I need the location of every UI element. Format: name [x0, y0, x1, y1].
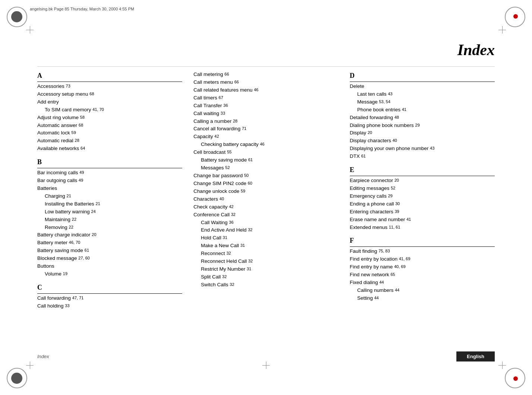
entry-add-entry: Add entry [37, 98, 182, 106]
page-container: angelsing.bk Page 85 Thursday, March 30,… [0, 0, 532, 395]
page-title: Index [457, 41, 495, 59]
entry-low-battery: Low battery warning 24 [37, 208, 182, 216]
entry-cell-broadcast: Cell broadcast 55 [193, 149, 338, 156]
entry-fault-finding: Fault finding 75, 83 [350, 248, 495, 255]
entry-accessories: Accessories 73 [37, 83, 182, 90]
entry-find-by-location: Find entry by location 41, 69 [350, 255, 495, 263]
entry-reconnect-held: Reconnect Held Call 32 [193, 258, 338, 265]
entry-call-meters-menu: Call meters menu 66 [193, 79, 338, 86]
entry-call-forwarding: Call forwarding 47, 71 [37, 294, 182, 302]
section-D-letter: D [350, 71, 495, 82]
entry-calling-numbers: Calling numbers 44 [350, 287, 495, 294]
crosshair-bl [26, 361, 34, 369]
entry-installing-batteries: Installing the Batteries 21 [37, 200, 182, 208]
entry-hold-call: Hold Call 31 [193, 234, 338, 242]
entry-change-sim-pin2: Change SIM PIN2 code 60 [193, 180, 338, 188]
entry-battery-meter: Battery meter 46, 70 [37, 239, 182, 247]
crosshair-tl [26, 26, 34, 34]
crosshair-bc [262, 361, 270, 369]
page-metadata: angelsing.bk Page 85 Thursday, March 30,… [30, 7, 134, 11]
entry-delete: Delete [350, 83, 495, 90]
entry-blocked-message: Blocked message 27, 60 [37, 255, 182, 262]
footer-english-label: English [456, 351, 495, 361]
entry-auto-answer: Automatic answer 68 [37, 122, 182, 130]
entry-ending-phone-call: Ending a phone call 30 [350, 200, 495, 208]
entry-cancel-forwarding: Cancel all forwarding 71 [193, 125, 338, 133]
deco-inner-tl [11, 11, 22, 22]
entry-phone-book-entries: Phone book entries 41 [350, 106, 495, 114]
entry-maintaining: Maintaining 22 [37, 216, 182, 224]
entry-removing: Removing 22 [37, 224, 182, 232]
column-3: D Delete Last ten calls 43 Message 53, 5… [350, 71, 495, 339]
entry-emergency-calls: Emergency calls 29 [350, 192, 495, 200]
entry-make-new-call: Make a New Call 31 [193, 242, 338, 250]
entry-detailed-forwarding: Detailed forwarding 48 [350, 114, 495, 122]
entry-call-metering: Call metering 66 [193, 71, 338, 79]
entry-reconnect: Reconnect 32 [193, 250, 338, 258]
entry-editing-messages: Editing messages 52 [350, 185, 495, 192]
entry-capacity: Capacity 42 [193, 133, 338, 141]
entry-auto-lock: Automatic lock 59 [37, 129, 182, 137]
column-2: Call metering 66 Call meters menu 66 Cal… [193, 71, 338, 339]
section-C-letter: C [37, 283, 182, 294]
entry-charging: Charging 21 [37, 192, 182, 200]
entry-last-ten-calls: Last ten calls 43 [350, 90, 495, 98]
deco-inner-bl [11, 373, 22, 384]
entry-battery-saving-mode: Battery saving mode 61 [193, 156, 338, 164]
entry-adjust-ring: Adjust ring volume 58 [37, 114, 182, 122]
entry-calling-number: Calling a number 28 [193, 118, 338, 125]
entry-switch-calls: Switch Calls 32 [193, 281, 338, 289]
deco-dot-br [513, 376, 518, 381]
entry-bar-outgoing: Bar outgoing calls 49 [37, 177, 182, 185]
entry-dtx: DTX 61 [350, 153, 495, 160]
section-B-letter: B [37, 157, 182, 168]
entry-conference-call: Conference Call 32 [193, 211, 338, 219]
entry-display: Display 20 [350, 129, 495, 137]
entry-auto-redial: Automatic redial 28 [37, 137, 182, 145]
entry-find-by-name: Find entry by name 40, 69 [350, 263, 495, 271]
entry-checking-battery: Checking battery capacity 46 [193, 141, 338, 149]
entry-call-holding: Call holding 33 [37, 302, 182, 310]
entry-battery-saving: Battery saving mode 61 [37, 247, 182, 255]
entry-buttons: Buttons [37, 262, 182, 270]
section-E-letter: E [350, 165, 495, 176]
entry-accessory-setup: Accessory setup menu 68 [37, 90, 182, 98]
entry-delete-message: Message 53, 54 [350, 98, 495, 106]
section-A-letter: A [37, 71, 182, 82]
metadata-text: angelsing.bk Page 85 Thursday, March 30,… [30, 7, 134, 11]
footer-label: Index [37, 354, 49, 359]
column-1: A Accessories 73 Accessory setup menu 68… [37, 71, 182, 339]
entry-displaying-own-number: Displaying your own phone number 43 [350, 145, 495, 153]
entry-conf-call-waiting: Call Waiting 36 [193, 219, 338, 227]
deco-dot-tr [513, 14, 518, 19]
entry-batteries: Batteries [37, 185, 182, 192]
entry-erase-name-number: Erase name and number 41 [350, 216, 495, 224]
entry-fixed-dialing: Fixed dialing 44 [350, 279, 495, 287]
entry-restrict-number: Restrict My Number 31 [193, 265, 338, 273]
entry-volume: Volume 19 [37, 270, 182, 278]
columns-area: A Accessories 73 Accessory setup menu 68… [37, 71, 495, 339]
main-content: Index A Accessories 73 Accessory setup m… [37, 34, 495, 361]
entry-available-networks: Available networks 64 [37, 145, 182, 153]
section-F-letter: F [350, 236, 495, 247]
entry-call-waiting: Call waiting 33 [193, 110, 338, 118]
entry-to-sim: To SIM card memory 41, 70 [37, 106, 182, 114]
crosshair-tr [498, 26, 506, 34]
entry-battery-charge: Battery charge indicator 20 [37, 231, 182, 239]
entry-call-transfer: Call Transfer 36 [193, 102, 338, 110]
crosshair-br [498, 361, 506, 369]
entry-change-bar-password: Change bar password 50 [193, 172, 338, 180]
entry-change-unlock: Change unlock code 59 [193, 188, 338, 195]
entry-entering-characters: Entering characters 39 [350, 208, 495, 216]
entry-find-new-network: Find new network 65 [350, 271, 495, 279]
entry-split-call: Split Call 32 [193, 273, 338, 281]
entry-end-active-held: End Active And Held 32 [193, 226, 338, 234]
entry-check-capacity: Check capacity 42 [193, 203, 338, 211]
entry-bar-incoming: Bar incoming calls 49 [37, 169, 182, 177]
entry-characters: Characters 40 [193, 195, 338, 203]
entry-setting: Setting 44 [350, 294, 495, 302]
footer: Index English [37, 351, 495, 361]
entry-display-characters: Display characters 40 [350, 137, 495, 145]
entry-extended-menus: Extended menus 11, 61 [350, 224, 495, 232]
entry-messages: Messages 52 [193, 164, 338, 172]
